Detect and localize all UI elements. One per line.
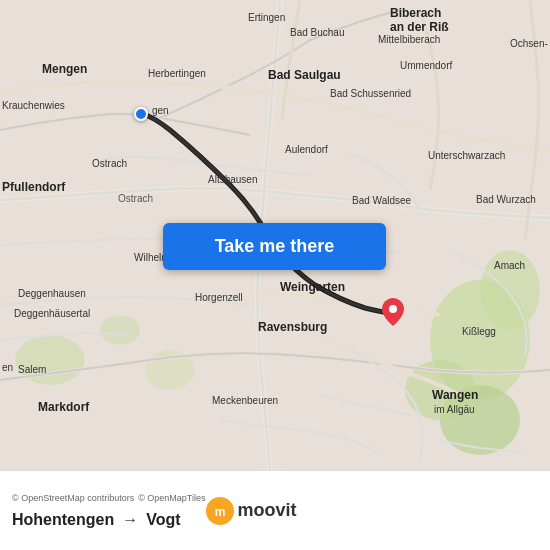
take-me-there-button[interactable]: Take me there: [163, 223, 386, 270]
moovit-logo: m moovit: [206, 497, 297, 525]
moovit-icon: m: [206, 497, 234, 525]
app-container: Biberachan der Riß Mittelbiberach Ochsen…: [0, 0, 550, 550]
route-info: Hohentengen → Vogt: [12, 511, 206, 529]
attribution-row: © OpenStreetMap contributors © OpenMapTi…: [12, 493, 206, 503]
route-to: Vogt: [146, 511, 180, 529]
svg-text:m: m: [214, 505, 225, 519]
bottom-bar: © OpenStreetMap contributors © OpenMapTi…: [0, 470, 550, 550]
osm-attribution: © OpenStreetMap contributors: [12, 493, 134, 503]
map-area[interactable]: Biberachan der Riß Mittelbiberach Ochsen…: [0, 0, 550, 470]
bottom-content: © OpenStreetMap contributors © OpenMapTi…: [12, 493, 206, 529]
destination-marker: [382, 298, 404, 326]
omt-attribution: © OpenMapTiles: [138, 493, 205, 503]
route-from: Hohentengen: [12, 511, 114, 529]
svg-point-2: [480, 250, 540, 330]
svg-point-8: [389, 305, 397, 313]
origin-marker: [134, 107, 148, 121]
svg-point-7: [100, 315, 140, 345]
moovit-text: moovit: [238, 500, 297, 521]
route-arrow: →: [122, 511, 138, 529]
